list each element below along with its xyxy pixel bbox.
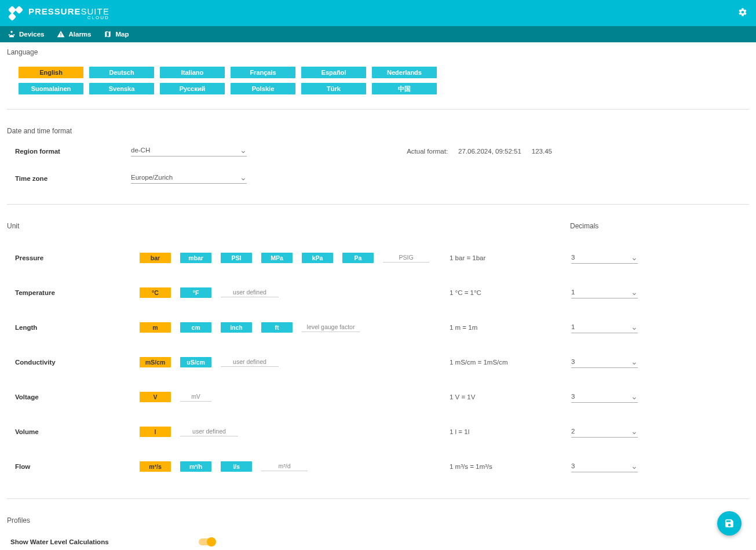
nav-map[interactable]: Map: [104, 30, 129, 38]
unit-conversion: 1 m = 1m: [450, 324, 571, 331]
region-format-select[interactable]: de-CH ⌄: [131, 145, 247, 156]
unit-option-ms[interactable]: m³/s: [140, 461, 171, 472]
decimals-value: 1: [571, 289, 575, 296]
unit-option-uscm[interactable]: uS/cm: [180, 357, 211, 367]
unit-custom-input[interactable]: user defined: [180, 428, 238, 436]
lang-option-suomalainen[interactable]: Suomalainen: [19, 83, 83, 94]
lang-option-nederlands[interactable]: Nederlands: [372, 67, 437, 78]
unit-row-volume: Volumeluser defined1 l = 1l2⌄: [7, 414, 749, 449]
unit-option-pa[interactable]: Pa: [342, 253, 374, 263]
profiles-title: Profiles: [7, 516, 749, 524]
decimals-select[interactable]: 1⌄: [571, 287, 638, 298]
unit-option-psi[interactable]: PSI: [221, 253, 252, 263]
nav-alarms[interactable]: Alarms: [57, 30, 91, 38]
unit-row-flow: Flowm³/sm³/hl/sm³/d1 m³/s = 1m³/s3⌄: [7, 449, 749, 484]
decimals-value: 3: [571, 462, 575, 469]
lang-option-中国[interactable]: 中国: [372, 83, 437, 94]
actual-format-number: 123.45: [532, 148, 552, 155]
nav-devices-label: Devices: [19, 31, 44, 38]
top-bar: PRESSURESUITE CLOUD: [0, 0, 756, 26]
lang-option-français[interactable]: Français: [231, 67, 295, 78]
unit-option-c[interactable]: °C: [140, 287, 171, 298]
unit-option-mh[interactable]: m³/h: [180, 461, 211, 472]
region-format-value: de-CH: [131, 147, 150, 154]
unit-option-bar[interactable]: bar: [140, 253, 171, 263]
decimals-select[interactable]: 3⌄: [571, 357, 638, 368]
chevron-down-icon: ⌄: [240, 173, 247, 182]
show-water-toggle[interactable]: [199, 538, 215, 545]
unit-label: Pressure: [15, 254, 140, 261]
unit-option-cm[interactable]: cm: [180, 322, 211, 333]
chevron-down-icon: ⌄: [631, 427, 638, 436]
warning-icon: [57, 30, 65, 38]
timezone-row: Time zone Europe/Zurich ⌄: [7, 173, 749, 184]
lang-option-svenska[interactable]: Svenska: [89, 83, 154, 94]
unit-option-l[interactable]: l: [140, 427, 171, 437]
unit-option-f[interactable]: °F: [180, 287, 211, 298]
lang-option-polskie[interactable]: Polskie: [231, 83, 295, 94]
unit-label: Conductivity: [15, 359, 140, 366]
unit-row-length: Lengthmcminchftlevel gauge factor1 m = 1…: [7, 310, 749, 345]
unit-label: Temperature: [15, 289, 140, 296]
decimals-header: Decimals: [570, 222, 598, 230]
unit-row-voltage: VoltageVmV1 V = 1V3⌄: [7, 380, 749, 414]
lang-option-español[interactable]: Español: [301, 67, 366, 78]
unit-option-mv[interactable]: mV: [180, 393, 211, 402]
settings-content: Language EnglishDeutschItalianoFrançaisE…: [0, 42, 756, 550]
unit-option-ft[interactable]: ft: [261, 322, 293, 333]
svg-point-0: [10, 31, 13, 33]
unit-option-inch[interactable]: inch: [221, 322, 252, 333]
unit-row-conductivity: ConductivitymS/cmuS/cmuser defined1 mS/c…: [7, 345, 749, 380]
chevron-down-icon: ⌄: [631, 287, 638, 297]
lang-option-english[interactable]: English: [19, 67, 83, 78]
show-water-row: Show Water Level Calculations: [7, 538, 749, 545]
unit-option-v[interactable]: V: [140, 392, 171, 402]
unit-conversion: 1 °C = 1°C: [450, 289, 571, 296]
lang-option-italiano[interactable]: Italiano: [160, 67, 225, 78]
profiles-section: Profiles Show Water Level Calculations: [7, 516, 749, 545]
decimals-value: 3: [571, 358, 575, 365]
unit-option-mscm[interactable]: mS/cm: [140, 357, 171, 367]
unit-buttons: mS/cmuS/cmuser defined: [140, 357, 450, 367]
nav-alarms-label: Alarms: [68, 31, 91, 38]
unit-conversion: 1 mS/cm = 1mS/cm: [450, 359, 571, 366]
show-water-label: Show Water Level Calculations: [10, 538, 199, 545]
unit-custom-input[interactable]: m³/d: [261, 462, 308, 471]
unit-label: Flow: [15, 463, 140, 470]
decimals-select[interactable]: 2⌄: [571, 427, 638, 438]
chevron-down-icon: ⌄: [631, 322, 638, 332]
unit-option-ls[interactable]: l/s: [221, 461, 252, 472]
language-title: Language: [7, 48, 749, 56]
region-format-row: Region format de-CH ⌄ Actual format: 27.…: [7, 145, 749, 156]
save-fab[interactable]: [717, 511, 742, 536]
chevron-down-icon: ⌄: [240, 145, 247, 155]
unit-section: Unit Decimals PressurebarmbarPSIMPakPaPa…: [7, 222, 749, 499]
decimals-select[interactable]: 1⌄: [571, 322, 638, 333]
decimals-value: 1: [571, 323, 575, 330]
nav-map-label: Map: [115, 31, 129, 38]
decimals-select[interactable]: 3⌄: [571, 461, 638, 472]
unit-option-mbar[interactable]: mbar: [180, 253, 211, 263]
timezone-select[interactable]: Europe/Zurich ⌄: [131, 173, 247, 184]
nav-devices[interactable]: Devices: [8, 30, 44, 38]
unit-custom-input[interactable]: level gauge factor: [302, 323, 360, 332]
unit-label: Length: [15, 324, 140, 331]
decimals-value: 2: [571, 428, 575, 435]
settings-button[interactable]: [738, 8, 747, 19]
unit-buttons: barmbarPSIMPakPaPaPSIG: [140, 253, 450, 263]
decimals-select[interactable]: 3⌄: [571, 253, 638, 264]
unit-custom-input[interactable]: user defined: [221, 289, 279, 297]
unit-custom-input[interactable]: PSIG: [383, 254, 429, 263]
chevron-down-icon: ⌄: [631, 357, 638, 366]
decimals-select[interactable]: 3⌄: [571, 392, 638, 403]
save-icon: [724, 518, 735, 529]
unit-option-kpa[interactable]: kPa: [302, 253, 333, 263]
unit-custom-input[interactable]: user defined: [221, 358, 279, 367]
unit-option-mpa[interactable]: MPa: [261, 253, 293, 263]
lang-option-türk[interactable]: Türk: [301, 83, 366, 94]
brand-text: PRESSURESUITE: [28, 6, 109, 16]
unit-row-temperature: Temperature°C°Fuser defined1 °C = 1°C1⌄: [7, 275, 749, 310]
lang-option-русский[interactable]: Русский: [160, 83, 225, 94]
unit-option-m[interactable]: m: [140, 322, 171, 333]
lang-option-deutsch[interactable]: Deutsch: [89, 67, 154, 78]
